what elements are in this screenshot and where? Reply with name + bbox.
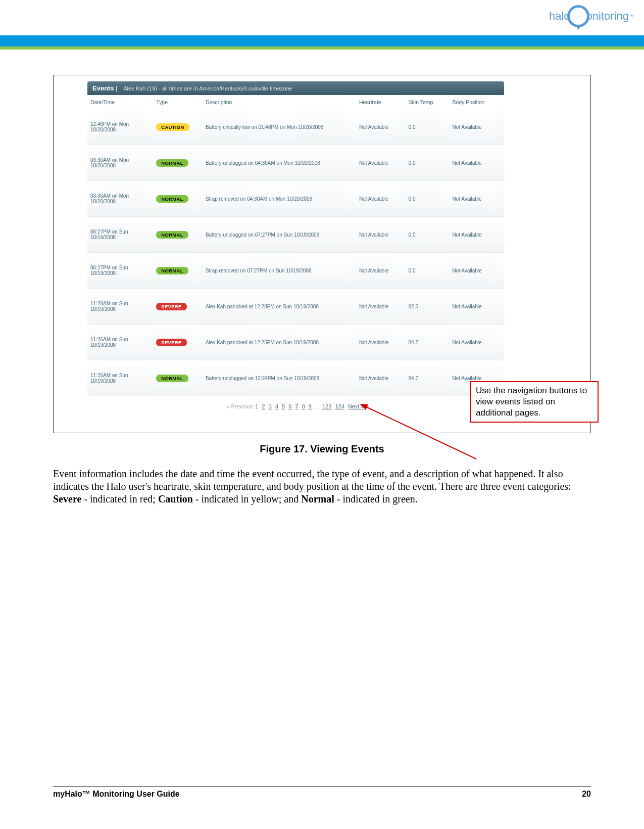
col-heartrate[interactable]: Heartrate [356, 95, 406, 109]
event-description: Battery unplugged on 12:24PM on Sun 10/1… [203, 360, 356, 396]
event-type-badge: NORMAL [156, 231, 188, 239]
callout-box: Use the navigation buttons to view event… [470, 381, 599, 423]
event-heartrate: Not Available [356, 145, 406, 181]
pagination-prev: « Previous [226, 403, 253, 409]
table-row[interactable]: 11:28AM on Sun10/19/2008SEVEREAlex Kah p… [87, 289, 504, 325]
event-datetime[interactable]: 03:30AM on Mon10/20/2008 [90, 193, 129, 204]
event-datetime[interactable]: 03:30AM on Mon10/20/2008 [90, 157, 129, 168]
event-skintemp: 84.2 [406, 325, 450, 360]
event-datetime[interactable]: 11:26AM on Sun10/19/2008 [90, 337, 128, 348]
pagination-page-124[interactable]: 124 [335, 403, 344, 409]
event-description: Battery critically low on 01:48PM on Mon… [203, 109, 356, 145]
event-heartrate: Not Available [356, 253, 406, 289]
event-skintemp: 0.0 [406, 109, 450, 145]
event-type-badge: NORMAL [156, 375, 188, 382]
pagination-page-4[interactable]: 4 [275, 403, 278, 409]
pagination-page-5[interactable]: 5 [282, 403, 285, 409]
event-type-badge: NORMAL [156, 159, 188, 167]
brand-logo: halo onitoring ™ [549, 5, 634, 27]
events-subtitle: Alex Kah (19) - all times are in America… [123, 85, 292, 91]
logo-text-right: onitoring [586, 10, 629, 23]
pagination-page-3[interactable]: 3 [269, 403, 272, 409]
event-description: Strap removed on 07:27PM on Sun 10/19/20… [203, 253, 356, 289]
event-heartrate: Not Available [356, 289, 406, 325]
event-skintemp: 82.5 [406, 289, 450, 325]
event-description: Strap removed on 04:30AM on Mon 10/20/20… [203, 181, 356, 217]
events-panel-header: Events | Alex Kah (19) - all times are i… [87, 81, 504, 95]
event-skintemp: 0.0 [406, 145, 450, 181]
event-heartrate: Not Available [356, 217, 406, 253]
event-bodyposition: Not Available [449, 253, 504, 289]
event-description: Alex Kah panicked at 12:25PM on Sun 10/1… [203, 325, 356, 360]
event-datetime[interactable]: 11:25AM on Sun10/19/2008 [90, 373, 128, 384]
event-bodyposition: Not Available [449, 325, 504, 360]
screenshot-frame: Events | Alex Kah (19) - all times are i… [53, 75, 591, 433]
event-datetime[interactable]: 06:27PM on Sun10/19/2008 [90, 229, 128, 240]
pagination-page-7[interactable]: 7 [295, 403, 298, 409]
pagination: « Previous 1 2 3 4 5 6 7 8 9 … 123 124 N… [87, 396, 504, 412]
events-table: Date/Time Type Description Heartrate Ski… [87, 95, 504, 396]
event-description: Battery unplugged on 04:30AM on Mon 10/2… [203, 145, 356, 181]
callout-text: Use the navigation buttons to view event… [476, 386, 587, 418]
col-bodyposition[interactable]: Body Position [449, 95, 504, 109]
event-type-badge: SEVERE [156, 339, 186, 346]
event-skintemp: 0.0 [406, 253, 450, 289]
table-row[interactable]: 03:30AM on Mon10/20/2008NORMALStrap remo… [87, 181, 504, 217]
pagination-next[interactable]: Next » [348, 403, 364, 409]
event-bodyposition: Not Available [449, 181, 504, 217]
table-header-row: Date/Time Type Description Heartrate Ski… [87, 95, 504, 109]
event-type-badge: NORMAL [156, 195, 188, 203]
pagination-current: 1 [255, 403, 258, 409]
col-datetime[interactable]: Date/Time [87, 95, 153, 109]
logo-mark-icon [567, 5, 589, 27]
event-datetime[interactable]: 11:28AM on Sun10/19/2008 [90, 301, 128, 312]
pagination-page-9[interactable]: 9 [309, 403, 312, 409]
table-row[interactable]: 11:26AM on Sun10/19/2008SEVEREAlex Kah p… [87, 325, 504, 360]
event-description: Battery unplugged on 07:27PM on Sun 10/1… [203, 217, 356, 253]
table-row[interactable]: 12:48PM on Mon10/20/2008CAUTIONBattery c… [87, 109, 504, 145]
page-footer: myHalo™ Monitoring User Guide 20 [53, 786, 591, 799]
col-skintemp[interactable]: Skin Temp. [406, 95, 450, 109]
header-blue-band [0, 35, 644, 47]
event-heartrate: Not Available [356, 181, 406, 217]
event-type-badge: NORMAL [156, 267, 188, 274]
table-row[interactable]: 06:27PM on Sun10/19/2008NORMALStrap remo… [87, 253, 504, 289]
footer-title: myHalo™ Monitoring User Guide [53, 790, 180, 799]
event-skintemp: 84.7 [406, 360, 450, 396]
pagination-page-6[interactable]: 6 [288, 403, 291, 409]
pagination-page-123[interactable]: 123 [322, 403, 331, 409]
footer-page-number: 20 [582, 790, 591, 799]
event-description: Alex Kah panicked at 12:28PM on Sun 10/1… [203, 289, 356, 325]
event-bodyposition: Not Available [449, 289, 504, 325]
body-paragraph: Event information includes the date and … [53, 468, 591, 505]
event-bodyposition: Not Available [449, 145, 504, 181]
pagination-page-8[interactable]: 8 [302, 403, 305, 409]
event-skintemp: 0.0 [406, 181, 450, 217]
figure-caption: Figure 17. Viewing Events [53, 443, 591, 455]
trademark-icon: ™ [629, 14, 634, 19]
events-title: Events [92, 84, 114, 92]
event-heartrate: Not Available [356, 360, 406, 396]
col-description[interactable]: Description [203, 95, 356, 109]
event-heartrate: Not Available [356, 325, 406, 360]
event-bodyposition: Not Available [449, 217, 504, 253]
pagination-ellipsis: … [314, 403, 320, 409]
pagination-page-2[interactable]: 2 [262, 403, 265, 409]
table-row[interactable]: 11:25AM on Sun10/19/2008NORMALBattery un… [87, 360, 504, 396]
event-bodyposition: Not Available [449, 109, 504, 145]
table-row[interactable]: 03:30AM on Mon10/20/2008NORMALBattery un… [87, 145, 504, 181]
col-type[interactable]: Type [153, 95, 203, 109]
event-skintemp: 0.0 [406, 217, 450, 253]
event-datetime[interactable]: 06:27PM on Sun10/19/2008 [90, 265, 128, 276]
event-type-badge: SEVERE [156, 303, 186, 310]
event-heartrate: Not Available [356, 109, 406, 145]
event-type-badge: CAUTION [156, 123, 189, 131]
event-datetime[interactable]: 12:48PM on Mon10/20/2008 [90, 121, 129, 132]
table-row[interactable]: 06:27PM on Sun10/19/2008NORMALBattery un… [87, 217, 504, 253]
